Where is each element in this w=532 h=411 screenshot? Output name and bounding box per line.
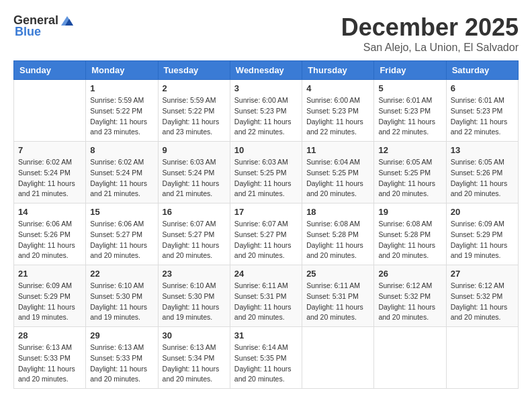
day-info: Sunrise: 5:59 AMSunset: 5:22 PMDaylight:… (163, 95, 226, 138)
calendar-cell: 24Sunrise: 6:11 AMSunset: 5:31 PMDayligh… (230, 265, 302, 327)
day-header-monday: Monday (86, 61, 158, 80)
day-number: 11 (306, 145, 369, 155)
day-header-wednesday: Wednesday (230, 61, 302, 80)
calendar-cell: 10Sunrise: 6:03 AMSunset: 5:25 PMDayligh… (230, 142, 302, 203)
day-info: Sunrise: 6:13 AMSunset: 5:33 PMDaylight:… (90, 342, 153, 385)
day-info: Sunrise: 6:10 AMSunset: 5:30 PMDaylight:… (90, 281, 153, 323)
day-number: 6 (451, 83, 514, 93)
day-number: 16 (163, 207, 226, 217)
day-info: Sunrise: 6:05 AMSunset: 5:25 PMDaylight:… (378, 157, 441, 199)
day-info: Sunrise: 6:01 AMSunset: 5:23 PMDaylight:… (451, 95, 514, 138)
day-info: Sunrise: 6:00 AMSunset: 5:23 PMDaylight:… (234, 95, 298, 138)
calendar-cell (446, 327, 518, 389)
day-number: 2 (163, 83, 226, 93)
calendar-cell: 14Sunrise: 6:06 AMSunset: 5:26 PMDayligh… (14, 203, 86, 265)
page-header: General Blue December 2025 San Alejo, La… (13, 13, 519, 54)
calendar-cell: 20Sunrise: 6:09 AMSunset: 5:29 PMDayligh… (446, 203, 518, 265)
calendar-header-row: SundayMondayTuesdayWednesdayThursdayFrid… (14, 61, 519, 80)
title-section: December 2025 San Alejo, La Union, El Sa… (341, 13, 519, 54)
day-number: 24 (234, 269, 298, 279)
calendar-cell (374, 327, 446, 389)
day-info: Sunrise: 6:10 AMSunset: 5:30 PMDaylight:… (163, 281, 226, 323)
calendar-cell: 5Sunrise: 6:01 AMSunset: 5:23 PMDaylight… (374, 80, 446, 142)
calendar-week-row: 14Sunrise: 6:06 AMSunset: 5:26 PMDayligh… (14, 203, 519, 265)
month-title: December 2025 (341, 13, 519, 42)
day-header-thursday: Thursday (302, 61, 374, 80)
day-number: 29 (90, 330, 153, 340)
calendar-cell: 21Sunrise: 6:09 AMSunset: 5:29 PMDayligh… (14, 265, 86, 327)
calendar-cell: 6Sunrise: 6:01 AMSunset: 5:23 PMDaylight… (446, 80, 518, 142)
calendar-cell: 26Sunrise: 6:12 AMSunset: 5:32 PMDayligh… (374, 265, 446, 327)
calendar-cell: 17Sunrise: 6:07 AMSunset: 5:27 PMDayligh… (230, 203, 302, 265)
day-number: 31 (234, 330, 298, 340)
day-number: 12 (378, 145, 441, 155)
day-info: Sunrise: 6:04 AMSunset: 5:25 PMDaylight:… (306, 157, 369, 199)
calendar-cell: 25Sunrise: 6:11 AMSunset: 5:31 PMDayligh… (302, 265, 374, 327)
calendar-week-row: 7Sunrise: 6:02 AMSunset: 5:24 PMDaylight… (14, 142, 519, 203)
calendar-cell: 12Sunrise: 6:05 AMSunset: 5:25 PMDayligh… (374, 142, 446, 203)
calendar-cell: 22Sunrise: 6:10 AMSunset: 5:30 PMDayligh… (86, 265, 158, 327)
day-number: 9 (163, 145, 226, 155)
day-number: 17 (234, 207, 298, 217)
calendar-table: SundayMondayTuesdayWednesdayThursdayFrid… (13, 60, 519, 389)
day-number: 18 (306, 207, 369, 217)
day-header-saturday: Saturday (446, 61, 518, 80)
calendar-cell: 9Sunrise: 6:03 AMSunset: 5:24 PMDaylight… (158, 142, 230, 203)
calendar-cell: 30Sunrise: 6:13 AMSunset: 5:34 PMDayligh… (158, 327, 230, 389)
day-number: 30 (163, 330, 226, 340)
day-number: 15 (90, 207, 153, 217)
calendar-cell: 18Sunrise: 6:08 AMSunset: 5:28 PMDayligh… (302, 203, 374, 265)
day-info: Sunrise: 6:03 AMSunset: 5:25 PMDaylight:… (234, 157, 298, 199)
day-info: Sunrise: 6:02 AMSunset: 5:24 PMDaylight:… (18, 157, 81, 199)
day-info: Sunrise: 6:07 AMSunset: 5:27 PMDaylight:… (234, 219, 298, 261)
day-info: Sunrise: 6:03 AMSunset: 5:24 PMDaylight:… (163, 157, 226, 199)
logo-blue: Blue (15, 25, 41, 39)
day-number: 19 (378, 207, 441, 217)
day-number: 7 (18, 145, 81, 155)
day-number: 21 (18, 269, 81, 279)
calendar-week-row: 21Sunrise: 6:09 AMSunset: 5:29 PMDayligh… (14, 265, 519, 327)
day-number: 3 (234, 83, 298, 93)
day-info: Sunrise: 6:00 AMSunset: 5:23 PMDaylight:… (306, 95, 369, 138)
day-number: 1 (90, 83, 153, 93)
day-number: 20 (451, 207, 514, 217)
calendar-cell: 19Sunrise: 6:08 AMSunset: 5:28 PMDayligh… (374, 203, 446, 265)
day-number: 10 (234, 145, 298, 155)
calendar-cell: 13Sunrise: 6:05 AMSunset: 5:26 PMDayligh… (446, 142, 518, 203)
calendar-week-row: 1Sunrise: 5:59 AMSunset: 5:22 PMDaylight… (14, 80, 519, 142)
day-info: Sunrise: 6:09 AMSunset: 5:29 PMDaylight:… (18, 281, 81, 323)
day-number: 5 (378, 83, 441, 93)
calendar-cell: 23Sunrise: 6:10 AMSunset: 5:30 PMDayligh… (158, 265, 230, 327)
location-title: San Alejo, La Union, El Salvador (341, 42, 519, 54)
calendar-cell: 1Sunrise: 5:59 AMSunset: 5:22 PMDaylight… (86, 80, 158, 142)
calendar-cell: 31Sunrise: 6:14 AMSunset: 5:35 PMDayligh… (230, 327, 302, 389)
day-info: Sunrise: 6:06 AMSunset: 5:26 PMDaylight:… (18, 219, 81, 261)
day-info: Sunrise: 6:09 AMSunset: 5:29 PMDaylight:… (451, 219, 514, 261)
day-header-sunday: Sunday (14, 61, 86, 80)
calendar-cell (14, 80, 86, 142)
calendar-cell: 3Sunrise: 6:00 AMSunset: 5:23 PMDaylight… (230, 80, 302, 142)
day-info: Sunrise: 6:12 AMSunset: 5:32 PMDaylight:… (378, 281, 441, 323)
day-info: Sunrise: 6:12 AMSunset: 5:32 PMDaylight:… (451, 281, 514, 323)
day-info: Sunrise: 6:11 AMSunset: 5:31 PMDaylight:… (234, 281, 298, 323)
logo-icon (60, 15, 75, 27)
calendar-cell: 2Sunrise: 5:59 AMSunset: 5:22 PMDaylight… (158, 80, 230, 142)
day-number: 14 (18, 207, 81, 217)
day-number: 4 (306, 83, 369, 93)
calendar-week-row: 28Sunrise: 6:13 AMSunset: 5:33 PMDayligh… (14, 327, 519, 389)
day-info: Sunrise: 6:11 AMSunset: 5:31 PMDaylight:… (306, 281, 369, 323)
calendar-cell: 11Sunrise: 6:04 AMSunset: 5:25 PMDayligh… (302, 142, 374, 203)
day-info: Sunrise: 5:59 AMSunset: 5:22 PMDaylight:… (90, 95, 153, 138)
day-header-tuesday: Tuesday (158, 61, 230, 80)
calendar-cell: 15Sunrise: 6:06 AMSunset: 5:27 PMDayligh… (86, 203, 158, 265)
day-number: 13 (451, 145, 514, 155)
logo: General Blue (13, 13, 75, 39)
day-number: 27 (451, 269, 514, 279)
day-info: Sunrise: 6:14 AMSunset: 5:35 PMDaylight:… (234, 342, 298, 385)
calendar-cell: 28Sunrise: 6:13 AMSunset: 5:33 PMDayligh… (14, 327, 86, 389)
calendar-cell: 4Sunrise: 6:00 AMSunset: 5:23 PMDaylight… (302, 80, 374, 142)
day-info: Sunrise: 6:13 AMSunset: 5:34 PMDaylight:… (163, 342, 226, 385)
calendar-cell: 27Sunrise: 6:12 AMSunset: 5:32 PMDayligh… (446, 265, 518, 327)
day-info: Sunrise: 6:05 AMSunset: 5:26 PMDaylight:… (451, 157, 514, 199)
day-info: Sunrise: 6:01 AMSunset: 5:23 PMDaylight:… (378, 95, 441, 138)
